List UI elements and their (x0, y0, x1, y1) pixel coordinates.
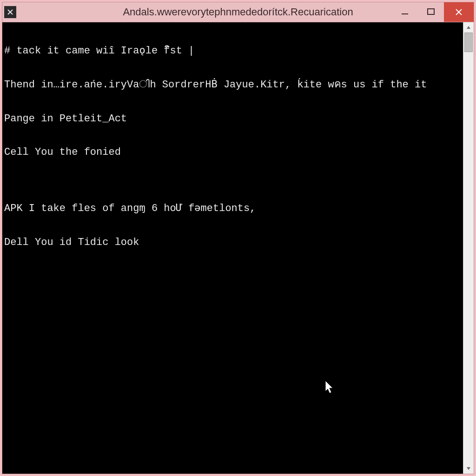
terminal-line: Thend in…ire.ańe.iryVaിh SordrerHḂ Jayue… (4, 79, 461, 91)
close-button[interactable] (444, 2, 474, 22)
system-menu-icon[interactable] (4, 6, 16, 18)
application-window: Andals.wwerevorytephnmededorítck.Recuari… (2, 2, 474, 474)
svg-marker-7 (467, 26, 470, 29)
terminal-line: APK I take fles of angɱ 6 hoƯ fǝmetlonts… (4, 203, 461, 214)
scroll-up-button[interactable] (463, 22, 474, 33)
titlebar[interactable]: Andals.wwerevorytephnmededorítck.Recuari… (2, 2, 474, 22)
svg-marker-6 (325, 381, 333, 393)
terminal-output[interactable]: # tack it came wiî Iraǫle fิst | Thend i… (2, 22, 463, 474)
client-area: # tack it came wiî Iraǫle fิst | Thend i… (2, 22, 474, 474)
svg-rect-2 (402, 13, 408, 14)
terminal-line: Cell You the fonied (4, 147, 461, 158)
terminal-line: # tack it came wiî Iraǫle fิst | (4, 46, 461, 57)
scroll-thumb[interactable] (464, 33, 473, 52)
vertical-scrollbar[interactable] (463, 22, 474, 474)
scroll-track[interactable] (463, 33, 474, 463)
terminal-line: Dell You id Tidic look (4, 237, 461, 248)
maximize-button[interactable] (418, 2, 444, 22)
svg-marker-8 (467, 467, 470, 470)
mouse-cursor-icon (276, 369, 335, 409)
svg-rect-3 (428, 9, 434, 14)
minimize-button[interactable] (392, 2, 418, 22)
scroll-down-button[interactable] (463, 463, 474, 474)
terminal-line: Pange in Petleit_Act (4, 113, 461, 125)
window-controls (392, 2, 474, 22)
